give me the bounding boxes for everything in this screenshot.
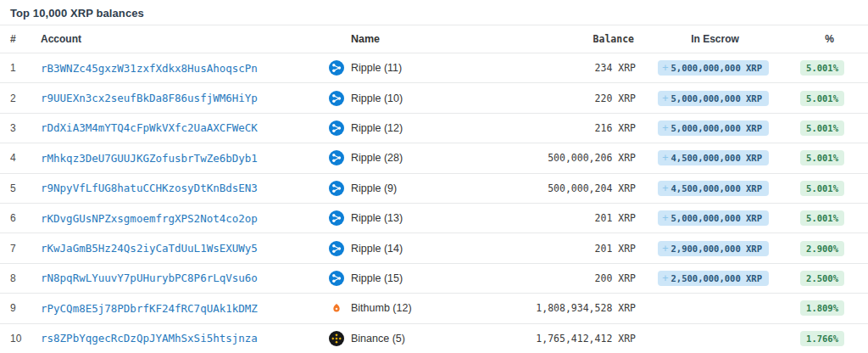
percent-cell: 5.001% (769, 91, 868, 106)
ripple-logo-icon (322, 91, 351, 106)
name-cell: Ripple (10) (351, 92, 475, 104)
balance-cell: 500,000,204 XRP (475, 182, 636, 194)
balances-page: Top 10,000 XRP balances # Account Name B… (0, 0, 868, 353)
escrow-badge: +5,000,000,000 XRP (658, 60, 769, 76)
table-row: 8rN8pqRwLYuuvY7pUHurybPC8P6rLqVsu6oRippl… (0, 263, 868, 293)
account-link[interactable]: rKwJaGmB5Hz24Qs2iyCaTdUuL1WsEXUWy5 (41, 242, 258, 255)
account-link[interactable]: rs8ZPbYqgecRcDzQpJYAMhSxSi5htsjnza (41, 332, 258, 345)
account-link[interactable]: rB3WNZc45gxzW31zxfXdkx8HusAhoqscPn (41, 62, 258, 75)
balance-cell: 1,765,412,412 XRP (475, 333, 636, 345)
percent-badge: 5.001% (800, 181, 844, 196)
rank-cell: 5 (10, 182, 41, 194)
page-title: Top 10,000 XRP balances (10, 7, 858, 20)
percent-cell: 5.001% (769, 120, 868, 136)
account-cell: r9NpyVfLfUG8hatuCCHKzosyDtKnBdsEN3 (41, 182, 322, 194)
name-cell: Ripple (12) (351, 122, 475, 134)
percent-badge: 2.900% (800, 241, 844, 256)
escrow-cell: +5,000,000,000 XRP (636, 60, 769, 76)
percent-badge: 5.001% (800, 210, 844, 226)
name-cell: Binance (5) (351, 333, 475, 345)
percent-badge: 5.001% (800, 120, 844, 136)
account-link[interactable]: rDdXiA3M4mYTQ4cFpWkVXfc2UaAXCFWeCK (41, 121, 258, 134)
bithumb-logo-icon (322, 303, 351, 313)
name-cell: Ripple (11) (351, 62, 475, 74)
ripple-logo-icon (322, 150, 351, 165)
rank-cell: 3 (10, 122, 41, 134)
account-cell: rs8ZPbYqgecRcDzQpJYAMhSxSi5htsjnza (41, 332, 322, 345)
percent-cell: 5.001% (769, 181, 868, 196)
ripple-logo-icon (322, 210, 351, 226)
account-link[interactable]: r9UUEXn3cx2seufBkDa8F86usfjWM6HiYp (41, 92, 258, 104)
escrow-plus-icon: + (662, 94, 668, 103)
percent-badge: 1.809% (800, 300, 844, 316)
escrow-cell: +4,500,000,000 XRP (636, 150, 769, 165)
account-cell: rMhkqz3DeU7GUUJKGZofusbrTwZe6bDyb1 (41, 152, 322, 165)
escrow-plus-icon: + (662, 64, 668, 72)
escrow-cell: +5,000,000,000 XRP (636, 120, 769, 136)
table-row: 4rMhkqz3DeU7GUUJKGZofusbrTwZe6bDyb1Rippl… (0, 143, 868, 172)
percent-cell: 1.766% (769, 331, 868, 346)
escrow-cell: +2,500,000,000 XRP (636, 271, 769, 286)
balance-cell: 216 XRP (475, 122, 636, 134)
escrow-plus-icon: + (662, 184, 668, 193)
balance-cell: 1,808,934,528 XRP (475, 302, 636, 314)
percent-badge: 5.001% (800, 91, 844, 106)
binance-logo-icon (322, 331, 351, 346)
name-cell: Ripple (13) (351, 212, 475, 224)
header-name: Name (351, 33, 475, 45)
percent-cell: 1.809% (769, 300, 868, 316)
escrow-value: 5,000,000,000 XRP (671, 93, 762, 104)
ripple-logo-icon (322, 181, 351, 196)
escrow-value: 2,500,000,000 XRP (671, 273, 762, 283)
account-link[interactable]: rKDvgGUsNPZxsgmoemfrgXPS2Not4co2op (41, 212, 258, 225)
ripple-logo-icon (322, 120, 351, 136)
account-link[interactable]: rMhkqz3DeU7GUUJKGZofusbrTwZe6bDyb1 (41, 152, 258, 165)
account-cell: rKDvgGUsNPZxsgmoemfrgXPS2Not4co2op (41, 212, 322, 225)
balance-cell: 201 XRP (475, 243, 636, 255)
escrow-value: 2,900,000,000 XRP (671, 244, 762, 254)
percent-badge: 2.500% (800, 271, 844, 286)
escrow-badge: +2,500,000,000 XRP (658, 271, 769, 286)
table-row: 10rs8ZPbYqgecRcDzQpJYAMhSxSi5htsjnzaBina… (0, 323, 868, 353)
rank-cell: 1 (10, 62, 41, 74)
account-cell: rN8pqRwLYuuvY7pUHurybPC8P6rLqVsu6o (41, 272, 322, 284)
escrow-cell: +5,000,000,000 XRP (636, 91, 769, 106)
escrow-badge: +5,000,000,000 XRP (658, 210, 769, 226)
table-row: 5r9NpyVfLfUG8hatuCCHKzosyDtKnBdsEN3Rippl… (0, 173, 868, 203)
table-row: 7rKwJaGmB5Hz24Qs2iyCaTdUuL1WsEXUWy5Rippl… (0, 233, 868, 262)
account-link[interactable]: r9NpyVfLfUG8hatuCCHKzosyDtKnBdsEN3 (41, 182, 258, 194)
percent-cell: 5.001% (769, 150, 868, 165)
account-cell: rKwJaGmB5Hz24Qs2iyCaTdUuL1WsEXUWy5 (41, 242, 322, 255)
rank-cell: 9 (10, 302, 41, 314)
ripple-logo-icon (322, 241, 351, 256)
table-row: 2r9UUEXn3cx2seufBkDa8F86usfjWM6HiYpRippl… (0, 82, 868, 112)
table-body: 1rB3WNZc45gxzW31zxfXdkx8HusAhoqscPnRippl… (0, 53, 868, 353)
table-row: 9rPyCQm8E5j78PDbrfKF24fRC7qUAk1kDMZBithu… (0, 293, 868, 322)
escrow-value: 4,500,000,000 XRP (671, 183, 762, 193)
account-link[interactable]: rN8pqRwLYuuvY7pUHurybPC8P6rLqVsu6o (41, 272, 258, 284)
escrow-cell: +2,900,000,000 XRP (636, 241, 769, 256)
escrow-value: 5,000,000,000 XRP (671, 213, 762, 223)
escrow-cell: +5,000,000,000 XRP (636, 210, 769, 226)
escrow-plus-icon: + (662, 124, 668, 132)
escrow-plus-icon: + (662, 274, 668, 283)
ripple-logo-icon (322, 271, 351, 286)
rank-cell: 4 (10, 152, 41, 164)
account-cell: r9UUEXn3cx2seufBkDa8F86usfjWM6HiYp (41, 92, 322, 104)
escrow-badge: +5,000,000,000 XRP (658, 91, 769, 106)
percent-badge: 5.001% (800, 150, 844, 165)
percent-badge: 1.766% (800, 331, 844, 346)
table-row: 1rB3WNZc45gxzW31zxfXdkx8HusAhoqscPnRippl… (0, 53, 868, 82)
escrow-badge: +5,000,000,000 XRP (658, 120, 769, 136)
name-cell: Ripple (15) (351, 272, 475, 284)
account-link[interactable]: rPyCQm8E5j78PDbrfKF24fRC7qUAk1kDMZ (41, 302, 258, 315)
escrow-badge: +4,500,000,000 XRP (658, 150, 769, 165)
header-balance: Balance (475, 33, 636, 45)
escrow-plus-icon: + (662, 154, 668, 162)
account-cell: rB3WNZc45gxzW31zxfXdkx8HusAhoqscPn (41, 62, 322, 75)
percent-cell: 5.001% (769, 210, 868, 226)
ripple-logo-icon (322, 60, 351, 76)
rank-cell: 6 (10, 212, 41, 224)
balance-cell: 201 XRP (475, 212, 636, 224)
header-account: Account (41, 33, 322, 45)
